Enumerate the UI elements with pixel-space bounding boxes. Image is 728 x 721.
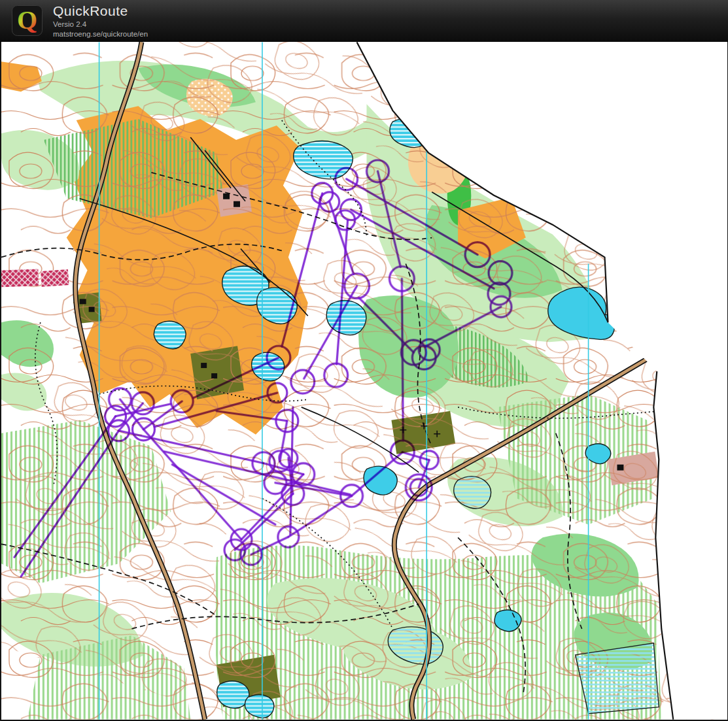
quickroute-logo-icon: Q (12, 5, 43, 36)
quickroute-window: { "header": { "title": "QuickRoute", "ve… (0, 0, 728, 721)
app-version: Versio 2.4 (53, 20, 148, 29)
svg-text:Q: Q (17, 5, 37, 35)
app-title: QuickRoute (53, 3, 148, 20)
app-url: matstroeng.se/quickroute/en (53, 29, 148, 39)
title-bar: Q QuickRoute Versio 2.4 matstroeng.se/qu… (0, 0, 728, 42)
orienteering-map[interactable] (1, 42, 727, 720)
map-viewport[interactable] (0, 42, 728, 721)
